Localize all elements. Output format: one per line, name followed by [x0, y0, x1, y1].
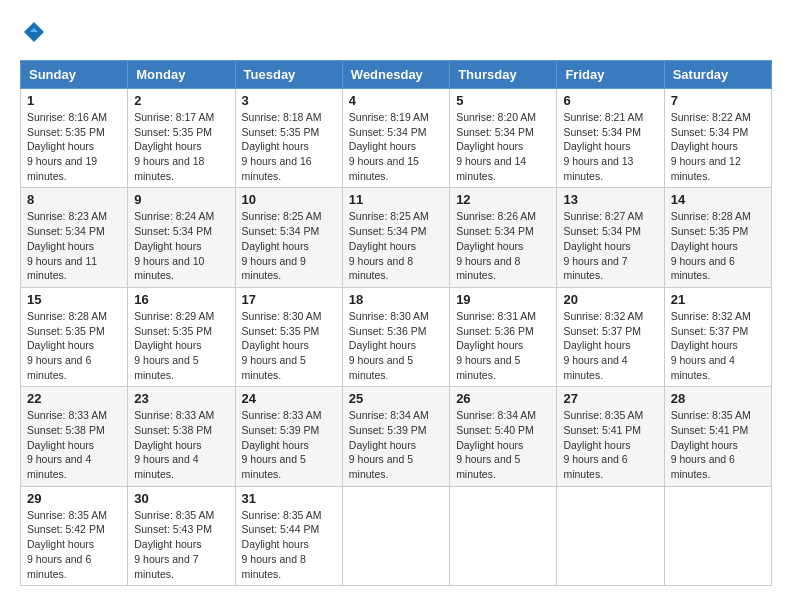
day-number: 10	[242, 192, 336, 207]
day-info: Sunrise: 8:35 AM Sunset: 5:43 PM Dayligh…	[134, 508, 228, 581]
day-number: 12	[456, 192, 550, 207]
day-info: Sunrise: 8:19 AM Sunset: 5:34 PM Dayligh…	[349, 110, 443, 183]
day-number: 7	[671, 93, 765, 108]
day-info: Sunrise: 8:30 AM Sunset: 5:36 PM Dayligh…	[349, 309, 443, 382]
calendar-day-cell: 19 Sunrise: 8:31 AM Sunset: 5:36 PM Dayl…	[450, 287, 557, 386]
day-number: 23	[134, 391, 228, 406]
day-number: 31	[242, 491, 336, 506]
day-info: Sunrise: 8:28 AM Sunset: 5:35 PM Dayligh…	[671, 209, 765, 282]
day-number: 5	[456, 93, 550, 108]
day-number: 14	[671, 192, 765, 207]
day-number: 13	[563, 192, 657, 207]
calendar-day-cell: 20 Sunrise: 8:32 AM Sunset: 5:37 PM Dayl…	[557, 287, 664, 386]
day-number: 3	[242, 93, 336, 108]
day-info: Sunrise: 8:23 AM Sunset: 5:34 PM Dayligh…	[27, 209, 121, 282]
day-info: Sunrise: 8:25 AM Sunset: 5:34 PM Dayligh…	[349, 209, 443, 282]
day-number: 27	[563, 391, 657, 406]
logo-icon	[22, 20, 46, 44]
day-info: Sunrise: 8:22 AM Sunset: 5:34 PM Dayligh…	[671, 110, 765, 183]
day-info: Sunrise: 8:33 AM Sunset: 5:38 PM Dayligh…	[27, 408, 121, 481]
calendar-day-cell: 22 Sunrise: 8:33 AM Sunset: 5:38 PM Dayl…	[21, 387, 128, 486]
day-number: 25	[349, 391, 443, 406]
calendar-day-header: Saturday	[664, 61, 771, 89]
calendar-week-row: 22 Sunrise: 8:33 AM Sunset: 5:38 PM Dayl…	[21, 387, 772, 486]
calendar-day-cell	[450, 486, 557, 585]
day-number: 16	[134, 292, 228, 307]
calendar-day-cell: 14 Sunrise: 8:28 AM Sunset: 5:35 PM Dayl…	[664, 188, 771, 287]
day-number: 28	[671, 391, 765, 406]
calendar-header-row: SundayMondayTuesdayWednesdayThursdayFrid…	[21, 61, 772, 89]
day-info: Sunrise: 8:32 AM Sunset: 5:37 PM Dayligh…	[563, 309, 657, 382]
day-number: 30	[134, 491, 228, 506]
page-header	[20, 20, 772, 44]
calendar-day-header: Sunday	[21, 61, 128, 89]
calendar-day-cell: 3 Sunrise: 8:18 AM Sunset: 5:35 PM Dayli…	[235, 89, 342, 188]
calendar-day-cell: 12 Sunrise: 8:26 AM Sunset: 5:34 PM Dayl…	[450, 188, 557, 287]
calendar-day-header: Wednesday	[342, 61, 449, 89]
calendar-day-cell: 18 Sunrise: 8:30 AM Sunset: 5:36 PM Dayl…	[342, 287, 449, 386]
day-info: Sunrise: 8:33 AM Sunset: 5:38 PM Dayligh…	[134, 408, 228, 481]
calendar-day-cell: 6 Sunrise: 8:21 AM Sunset: 5:34 PM Dayli…	[557, 89, 664, 188]
day-info: Sunrise: 8:20 AM Sunset: 5:34 PM Dayligh…	[456, 110, 550, 183]
calendar-day-cell: 21 Sunrise: 8:32 AM Sunset: 5:37 PM Dayl…	[664, 287, 771, 386]
day-info: Sunrise: 8:24 AM Sunset: 5:34 PM Dayligh…	[134, 209, 228, 282]
calendar-week-row: 1 Sunrise: 8:16 AM Sunset: 5:35 PM Dayli…	[21, 89, 772, 188]
day-number: 22	[27, 391, 121, 406]
calendar-day-cell	[664, 486, 771, 585]
day-info: Sunrise: 8:17 AM Sunset: 5:35 PM Dayligh…	[134, 110, 228, 183]
calendar-day-header: Tuesday	[235, 61, 342, 89]
calendar-day-cell: 31 Sunrise: 8:35 AM Sunset: 5:44 PM Dayl…	[235, 486, 342, 585]
calendar-day-cell: 5 Sunrise: 8:20 AM Sunset: 5:34 PM Dayli…	[450, 89, 557, 188]
calendar-table: SundayMondayTuesdayWednesdayThursdayFrid…	[20, 60, 772, 586]
day-number: 20	[563, 292, 657, 307]
calendar-day-cell: 29 Sunrise: 8:35 AM Sunset: 5:42 PM Dayl…	[21, 486, 128, 585]
calendar-day-cell: 13 Sunrise: 8:27 AM Sunset: 5:34 PM Dayl…	[557, 188, 664, 287]
calendar-week-row: 15 Sunrise: 8:28 AM Sunset: 5:35 PM Dayl…	[21, 287, 772, 386]
day-number: 17	[242, 292, 336, 307]
day-info: Sunrise: 8:34 AM Sunset: 5:40 PM Dayligh…	[456, 408, 550, 481]
day-number: 24	[242, 391, 336, 406]
day-info: Sunrise: 8:25 AM Sunset: 5:34 PM Dayligh…	[242, 209, 336, 282]
day-info: Sunrise: 8:21 AM Sunset: 5:34 PM Dayligh…	[563, 110, 657, 183]
day-info: Sunrise: 8:35 AM Sunset: 5:42 PM Dayligh…	[27, 508, 121, 581]
day-number: 9	[134, 192, 228, 207]
day-number: 4	[349, 93, 443, 108]
day-info: Sunrise: 8:27 AM Sunset: 5:34 PM Dayligh…	[563, 209, 657, 282]
day-info: Sunrise: 8:33 AM Sunset: 5:39 PM Dayligh…	[242, 408, 336, 481]
day-number: 11	[349, 192, 443, 207]
day-number: 29	[27, 491, 121, 506]
calendar-day-header: Friday	[557, 61, 664, 89]
calendar-week-row: 8 Sunrise: 8:23 AM Sunset: 5:34 PM Dayli…	[21, 188, 772, 287]
day-info: Sunrise: 8:16 AM Sunset: 5:35 PM Dayligh…	[27, 110, 121, 183]
calendar-week-row: 29 Sunrise: 8:35 AM Sunset: 5:42 PM Dayl…	[21, 486, 772, 585]
day-info: Sunrise: 8:32 AM Sunset: 5:37 PM Dayligh…	[671, 309, 765, 382]
calendar-day-cell: 30 Sunrise: 8:35 AM Sunset: 5:43 PM Dayl…	[128, 486, 235, 585]
day-number: 21	[671, 292, 765, 307]
calendar-day-header: Monday	[128, 61, 235, 89]
day-number: 26	[456, 391, 550, 406]
day-info: Sunrise: 8:35 AM Sunset: 5:41 PM Dayligh…	[563, 408, 657, 481]
calendar-day-cell: 24 Sunrise: 8:33 AM Sunset: 5:39 PM Dayl…	[235, 387, 342, 486]
day-number: 19	[456, 292, 550, 307]
logo	[20, 20, 46, 44]
calendar-day-cell: 2 Sunrise: 8:17 AM Sunset: 5:35 PM Dayli…	[128, 89, 235, 188]
calendar-day-cell: 9 Sunrise: 8:24 AM Sunset: 5:34 PM Dayli…	[128, 188, 235, 287]
calendar-day-cell	[342, 486, 449, 585]
day-info: Sunrise: 8:29 AM Sunset: 5:35 PM Dayligh…	[134, 309, 228, 382]
day-number: 2	[134, 93, 228, 108]
calendar-day-cell: 15 Sunrise: 8:28 AM Sunset: 5:35 PM Dayl…	[21, 287, 128, 386]
day-number: 15	[27, 292, 121, 307]
calendar-day-cell: 27 Sunrise: 8:35 AM Sunset: 5:41 PM Dayl…	[557, 387, 664, 486]
day-info: Sunrise: 8:31 AM Sunset: 5:36 PM Dayligh…	[456, 309, 550, 382]
day-number: 6	[563, 93, 657, 108]
calendar-day-cell: 1 Sunrise: 8:16 AM Sunset: 5:35 PM Dayli…	[21, 89, 128, 188]
day-info: Sunrise: 8:35 AM Sunset: 5:44 PM Dayligh…	[242, 508, 336, 581]
calendar-day-cell: 16 Sunrise: 8:29 AM Sunset: 5:35 PM Dayl…	[128, 287, 235, 386]
calendar-day-header: Thursday	[450, 61, 557, 89]
day-number: 18	[349, 292, 443, 307]
calendar-day-cell	[557, 486, 664, 585]
calendar-day-cell: 8 Sunrise: 8:23 AM Sunset: 5:34 PM Dayli…	[21, 188, 128, 287]
calendar-day-cell: 17 Sunrise: 8:30 AM Sunset: 5:35 PM Dayl…	[235, 287, 342, 386]
calendar-day-cell: 23 Sunrise: 8:33 AM Sunset: 5:38 PM Dayl…	[128, 387, 235, 486]
day-number: 1	[27, 93, 121, 108]
